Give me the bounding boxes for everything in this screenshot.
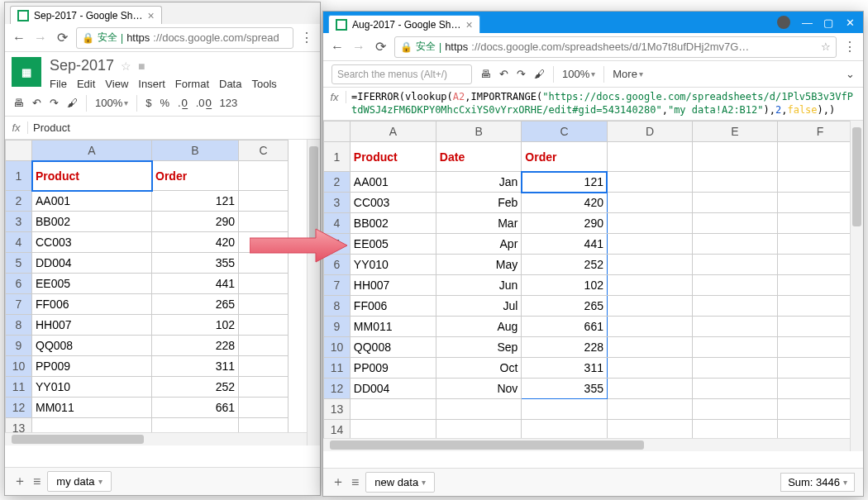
row-header[interactable]: 9 (6, 336, 32, 356)
format-dec-decrease[interactable]: .0̲ (178, 97, 188, 109)
cell-C2[interactable]: 121 (522, 172, 608, 193)
print-icon[interactable]: 🖶 (480, 68, 491, 80)
row-header[interactable]: 11 (6, 377, 32, 398)
cell-C6[interactable] (239, 274, 289, 294)
more-dropdown[interactable]: More▾ (613, 68, 643, 80)
cell-C2[interactable] (239, 191, 289, 212)
cell-A7[interactable]: HH007 (350, 275, 436, 296)
reload-button[interactable]: ⟳ (373, 39, 388, 55)
cell-A2[interactable]: AA001 (350, 172, 436, 193)
cell-C1[interactable] (239, 161, 289, 191)
cell-B11[interactable]: Oct (436, 358, 521, 379)
row-header[interactable]: 8 (6, 315, 32, 336)
doc-title[interactable]: Sep-2017 (50, 57, 114, 74)
cell-C10[interactable] (239, 356, 289, 377)
close-tab-icon[interactable]: × (465, 18, 472, 31)
format-currency[interactable]: $ (145, 97, 151, 109)
cell-A4[interactable]: BB002 (350, 213, 436, 234)
back-button[interactable]: ← (330, 40, 345, 55)
zoom-dropdown[interactable]: 100%▾ (562, 68, 595, 80)
user-avatar-icon[interactable] (777, 16, 790, 29)
cell-C4[interactable]: 290 (522, 213, 608, 234)
row-header[interactable]: 1 (6, 161, 32, 191)
row-header[interactable]: 2 (324, 172, 351, 193)
row-header[interactable]: 12 (6, 398, 32, 418)
cell-A3[interactable]: CC003 (350, 193, 436, 213)
cell-B2[interactable]: Jan (436, 172, 521, 193)
star-icon[interactable]: ☆ (121, 60, 131, 73)
cell-A3[interactable]: BB002 (32, 212, 152, 232)
cell-A9[interactable]: MM011 (350, 317, 436, 337)
horizontal-scrollbar[interactable] (323, 438, 850, 451)
cell-B6[interactable]: 441 (152, 274, 239, 294)
col-header-E[interactable]: E (692, 121, 777, 142)
url-input[interactable]: 🔒 安全 | https ://docs.google.com/spread (76, 27, 293, 49)
cell-B4[interactable]: 420 (152, 232, 239, 253)
row-header[interactable]: 5 (6, 253, 32, 274)
menu-tools[interactable]: Tools (251, 78, 276, 90)
cell-A1[interactable]: Product (32, 161, 152, 191)
redo-icon[interactable]: ↷ (517, 68, 526, 80)
col-header-A[interactable]: A (32, 140, 152, 161)
cell-C8[interactable] (239, 315, 289, 336)
zoom-dropdown[interactable]: 100%▾ (95, 97, 128, 109)
col-header-C[interactable]: C (239, 140, 289, 161)
cell-A5[interactable]: DD004 (32, 253, 152, 274)
cell-B11[interactable]: 252 (152, 377, 239, 398)
folder-icon[interactable]: ■ (138, 60, 145, 73)
row-header[interactable]: 7 (6, 294, 32, 315)
cell-A8[interactable]: HH007 (32, 315, 152, 336)
cell-B8[interactable]: Jul (436, 296, 521, 317)
cell-A12[interactable]: MM011 (32, 398, 152, 418)
formula-input[interactable]: =IFERROR(vlookup(A2,IMPORTRANGE("https:/… (346, 91, 863, 117)
print-icon[interactable]: 🖶 (13, 97, 24, 109)
browser-menu-icon[interactable]: ⋮ (300, 30, 313, 45)
row-header[interactable]: 6 (6, 274, 32, 294)
row-header[interactable]: 10 (324, 337, 351, 358)
browser-tab[interactable]: Aug-2017 - Google Sh… × (328, 15, 480, 33)
paint-icon[interactable]: 🖌 (534, 68, 545, 80)
row-header[interactable]: 1 (324, 142, 351, 172)
col-header-A[interactable]: A (350, 121, 436, 142)
browser-tab[interactable]: Sep-2017 - Google Sh… × (10, 6, 162, 24)
redo-icon[interactable]: ↷ (50, 97, 59, 109)
cell-A6[interactable]: EE005 (32, 274, 152, 294)
cell-C3[interactable]: 420 (522, 193, 608, 213)
cell-A5[interactable]: EE005 (350, 234, 436, 255)
browser-menu-icon[interactable]: ⋮ (843, 39, 856, 55)
cell-B6[interactable]: May (436, 255, 521, 275)
cell-B9[interactable]: 228 (152, 336, 239, 356)
close-window-button[interactable]: ✕ (845, 17, 855, 29)
horizontal-scrollbar[interactable] (5, 432, 307, 445)
sheet-tab[interactable]: my data▾ (47, 471, 111, 492)
cell-C5[interactable]: 441 (522, 234, 608, 255)
cell-C9[interactable]: 661 (522, 317, 608, 337)
close-tab-icon[interactable]: × (147, 9, 154, 22)
maximize-button[interactable]: ▢ (823, 17, 833, 29)
cell-C1[interactable]: Order (522, 142, 608, 172)
formula-input[interactable]: Product (28, 121, 320, 134)
reload-button[interactable]: ⟳ (55, 30, 69, 45)
vertical-scrollbar[interactable] (850, 121, 863, 451)
row-header[interactable]: 12 (324, 379, 351, 399)
row-header[interactable]: 3 (6, 212, 32, 232)
cell-B12[interactable]: 661 (152, 398, 239, 418)
paint-icon[interactable]: 🖌 (67, 97, 78, 109)
cell-C12[interactable] (239, 398, 289, 418)
cell-B5[interactable]: 355 (152, 253, 239, 274)
cell-B3[interactable]: Feb (436, 193, 521, 213)
cell-B10[interactable]: 311 (152, 356, 239, 377)
undo-icon[interactable]: ↶ (32, 97, 41, 109)
undo-icon[interactable]: ↶ (499, 68, 508, 80)
collapse-toolbar-icon[interactable]: ⌄ (846, 68, 855, 80)
cell-C11[interactable] (239, 377, 289, 398)
minimize-button[interactable]: — (802, 17, 812, 29)
url-input[interactable]: 🔒 安全 | https ://docs.google.com/spreadsh… (394, 36, 837, 58)
col-header-B[interactable]: B (152, 140, 239, 161)
cell-B5[interactable]: Apr (436, 234, 521, 255)
all-sheets-button[interactable]: ≡ (33, 474, 41, 489)
cell-A7[interactable]: FF006 (32, 294, 152, 315)
row-header[interactable]: 14 (324, 420, 351, 440)
col-header-D[interactable]: D (607, 121, 692, 142)
row-header[interactable]: 8 (324, 296, 351, 317)
